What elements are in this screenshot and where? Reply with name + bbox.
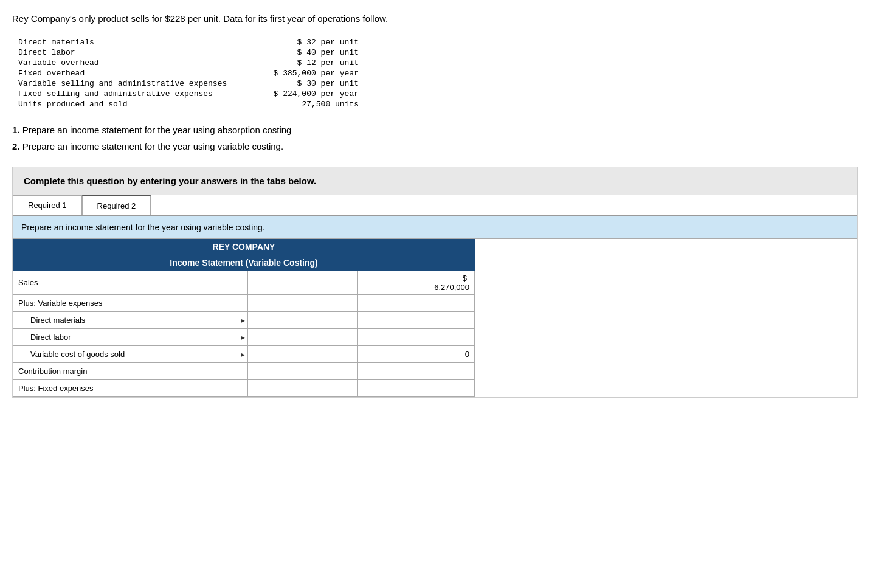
instruction-text: Complete this question by entering your …	[24, 176, 316, 186]
input-field-col1[interactable]	[253, 299, 353, 308]
data-item-label: Units produced and sold	[18, 99, 249, 109]
input-field-col2[interactable]	[363, 283, 469, 292]
data-item-value: 27,500 units	[249, 99, 359, 109]
input-field-col2[interactable]	[363, 299, 469, 308]
data-item-value: $ 224,000 per year	[249, 89, 359, 99]
company-name-cell: REY COMPANY	[13, 239, 475, 255]
input-field-col2[interactable]	[363, 316, 469, 325]
data-item-label: Variable selling and administrative expe…	[18, 78, 249, 89]
data-item-value: $ 385,000 per year	[249, 68, 359, 78]
table-row: Direct materials ►	[13, 311, 475, 328]
tab-required-1[interactable]: Required 1	[13, 195, 82, 215]
income-table: REY COMPANY Income Statement (Variable C…	[13, 239, 475, 397]
row-label: Contribution margin	[13, 362, 238, 379]
data-item-row: Fixed selling and administrative expense…	[18, 89, 359, 99]
arrow-indicator: ►	[238, 311, 248, 328]
data-item-value: $ 12 per unit	[249, 58, 359, 68]
row-label: Plus: Fixed expenses	[13, 379, 238, 396]
tab-description-text: Prepare an income statement for the year…	[21, 223, 265, 232]
table-row: Direct labor ►	[13, 328, 475, 345]
row-label: Sales	[13, 271, 238, 294]
row-value-col2	[357, 345, 474, 362]
input-field-col1[interactable]	[253, 384, 353, 393]
data-item-row: Direct materials $ 32 per unit	[18, 37, 359, 47]
tab-content-description: Prepare an income statement for the year…	[13, 216, 857, 239]
data-item-row: Variable overhead $ 12 per unit	[18, 58, 359, 68]
dollar-sign: $	[463, 274, 469, 283]
input-field-col1[interactable]	[253, 367, 353, 376]
row-label: Direct labor	[13, 328, 238, 345]
tab-required-2-label: Required 2	[97, 201, 136, 210]
data-item-value: $ 30 per unit	[249, 78, 359, 89]
table-row: Variable cost of goods sold ►	[13, 345, 475, 362]
data-item-label: Direct labor	[18, 47, 249, 58]
row-input-col1[interactable]	[248, 345, 358, 362]
no-arrow	[238, 294, 248, 311]
intro-text: Rey Company's only product sells for $22…	[12, 12, 858, 26]
data-table: Direct materials $ 32 per unit Direct la…	[18, 37, 858, 109]
arrow-indicator: ►	[238, 328, 248, 345]
data-item-row: Direct labor $ 40 per unit	[18, 47, 359, 58]
no-arrow	[238, 362, 248, 379]
data-item-row: Units produced and sold 27,500 units	[18, 99, 359, 109]
tabs-row: Required 1 Required 2	[13, 195, 857, 216]
input-field-col2[interactable]	[363, 333, 469, 342]
table-company-row: REY COMPANY	[13, 239, 475, 255]
input-field-col2[interactable]	[363, 350, 469, 359]
question-1-number: 1.	[12, 125, 20, 135]
row-value-col2: $	[357, 271, 474, 294]
data-item-label: Variable overhead	[18, 58, 249, 68]
row-input-col1[interactable]	[248, 379, 358, 396]
input-field-col1[interactable]	[253, 333, 353, 342]
row-value-col2	[357, 328, 474, 345]
row-value-col2	[357, 311, 474, 328]
table-row: Plus: Fixed expenses	[13, 379, 475, 396]
table-title-row: Income Statement (Variable Costing)	[13, 255, 475, 271]
table-row: Sales $	[13, 271, 475, 294]
input-field-col2[interactable]	[363, 367, 469, 376]
row-value-col2	[357, 362, 474, 379]
question-1-text: Prepare an income statement for the year…	[22, 125, 292, 135]
tab-required-2[interactable]: Required 2	[82, 195, 151, 215]
data-item-value: $ 32 per unit	[249, 37, 359, 47]
data-item-row: Fixed overhead $ 385,000 per year	[18, 68, 359, 78]
row-value-col2	[357, 379, 474, 396]
no-arrow	[238, 379, 248, 396]
input-field-col2[interactable]	[363, 384, 469, 393]
data-item-row: Variable selling and administrative expe…	[18, 78, 359, 89]
row-input-col1[interactable]	[248, 362, 358, 379]
row-input-col1[interactable]	[248, 271, 358, 294]
arrow-indicator: ►	[238, 345, 248, 362]
input-field-col1[interactable]	[253, 278, 353, 287]
table-title-cell: Income Statement (Variable Costing)	[13, 255, 475, 271]
input-field-col1[interactable]	[253, 316, 353, 325]
instruction-box: Complete this question by entering your …	[12, 167, 858, 195]
row-label: Direct materials	[13, 311, 238, 328]
data-item-label: Fixed overhead	[18, 68, 249, 78]
question-2-text: Prepare an income statement for the year…	[22, 141, 283, 151]
row-input-col1[interactable]	[248, 294, 358, 311]
row-value-col2	[357, 294, 474, 311]
data-item-value: $ 40 per unit	[249, 47, 359, 58]
income-table-wrapper: REY COMPANY Income Statement (Variable C…	[13, 239, 857, 397]
input-field-col1[interactable]	[253, 350, 353, 359]
row-input-col1[interactable]	[248, 311, 358, 328]
tab-required-1-label: Required 1	[28, 201, 67, 210]
row-label: Plus: Variable expenses	[13, 294, 238, 311]
data-item-label: Direct materials	[18, 37, 249, 47]
row-label: Variable cost of goods sold	[13, 345, 238, 362]
table-row: Contribution margin	[13, 362, 475, 379]
row-input-col1[interactable]	[248, 328, 358, 345]
tabs-container: Required 1 Required 2 Prepare an income …	[12, 195, 858, 398]
no-arrow	[238, 271, 248, 294]
table-row: Plus: Variable expenses	[13, 294, 475, 311]
question-2-number: 2.	[12, 141, 20, 151]
data-item-label: Fixed selling and administrative expense…	[18, 89, 249, 99]
questions-section: 1. Prepare an income statement for the y…	[12, 122, 858, 154]
